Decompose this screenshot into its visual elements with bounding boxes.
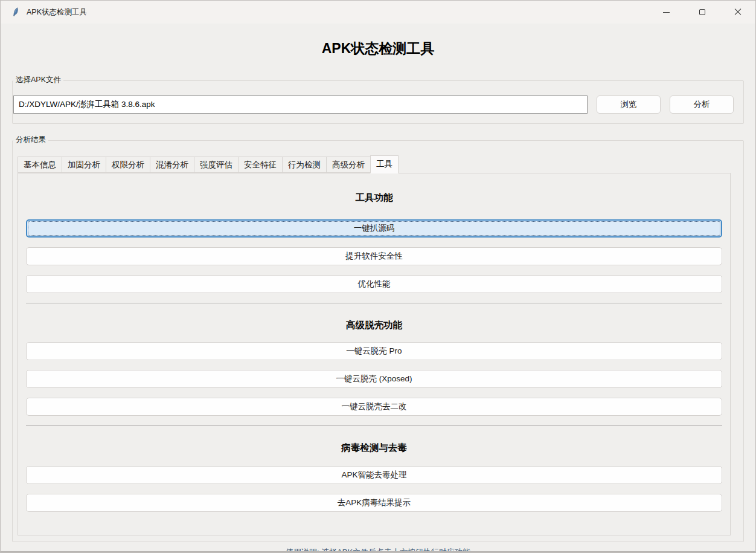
tab-strength-evaluation[interactable]: 强度评估 [194, 157, 239, 173]
bottom-edge-band [1, 551, 755, 552]
file-select-row: 浏览 分析 [13, 81, 743, 123]
cloud-unpack-pro-button[interactable]: 一键云脱壳 Pro [26, 342, 722, 360]
optimize-performance-button[interactable]: 优化性能 [26, 275, 722, 293]
section-divider [26, 425, 722, 426]
remove-virus-notice-button[interactable]: 去APK病毒结果提示 [26, 494, 722, 512]
page-title: APK状态检测工具 [1, 39, 755, 57]
smart-devirus-button[interactable]: APK智能去毒处理 [26, 466, 722, 484]
apk-path-input[interactable] [13, 95, 588, 114]
maximize-icon [699, 9, 705, 15]
extract-source-button[interactable]: 一键扒源码 [26, 219, 722, 238]
minimize-button[interactable] [649, 1, 684, 24]
close-icon [734, 8, 742, 16]
tab-security-features[interactable]: 安全特征 [238, 157, 283, 173]
section-divider [26, 303, 722, 303]
tab-obfuscation-analysis[interactable]: 混淆分析 [150, 157, 194, 173]
tab-basic-info[interactable]: 基本信息 [18, 157, 62, 173]
section-heading-tool-functions: 工具功能 [18, 192, 730, 204]
app-window: APK状态检测工具 APK状态检测工具 选择APK文件 浏览 分析 分析结果 基… [0, 0, 756, 553]
tab-behavior-detection[interactable]: 行为检测 [282, 157, 327, 173]
file-select-group: 选择APK文件 浏览 分析 [12, 80, 744, 124]
tab-permission-analysis[interactable]: 权限分析 [106, 157, 150, 173]
file-select-group-label: 选择APK文件 [13, 76, 63, 84]
minimize-icon [663, 12, 670, 13]
python-feather-icon [11, 7, 21, 17]
tab-tools[interactable]: 工具 [370, 155, 399, 173]
improve-security-button[interactable]: 提升软件安全性 [26, 247, 722, 265]
window-controls [649, 1, 755, 24]
close-button[interactable] [720, 1, 755, 24]
section-heading-virus-detection: 病毒检测与去毒 [18, 442, 730, 454]
tab-advanced-analysis[interactable]: 高级分析 [326, 157, 371, 173]
maximize-button[interactable] [684, 1, 720, 24]
tools-tab-panel: 工具功能 一键扒源码 提升软件安全性 优化性能 高级脱壳功能 一键云脱壳 Pro… [18, 173, 731, 535]
cloud-unpack-antimod-button[interactable]: 一键云脱壳去二改 [26, 398, 722, 416]
window-title: APK状态检测工具 [27, 7, 87, 18]
tab-packer-analysis[interactable]: 加固分析 [62, 157, 106, 173]
section-heading-advanced-unpack: 高级脱壳功能 [18, 319, 730, 331]
analysis-results-group: 分析结果 基本信息 加固分析 权限分析 混淆分析 强度评估 安全特征 行为检测 … [12, 140, 744, 542]
cloud-unpack-xposed-button[interactable]: 一键云脱壳 (Xposed) [26, 370, 722, 388]
browse-button[interactable]: 浏览 [597, 95, 661, 114]
titlebar: APK状态检测工具 [1, 1, 755, 24]
results-tab-bar: 基本信息 加固分析 权限分析 混淆分析 强度评估 安全特征 行为检测 高级分析 … [13, 141, 743, 173]
analyze-button[interactable]: 分析 [670, 95, 734, 114]
